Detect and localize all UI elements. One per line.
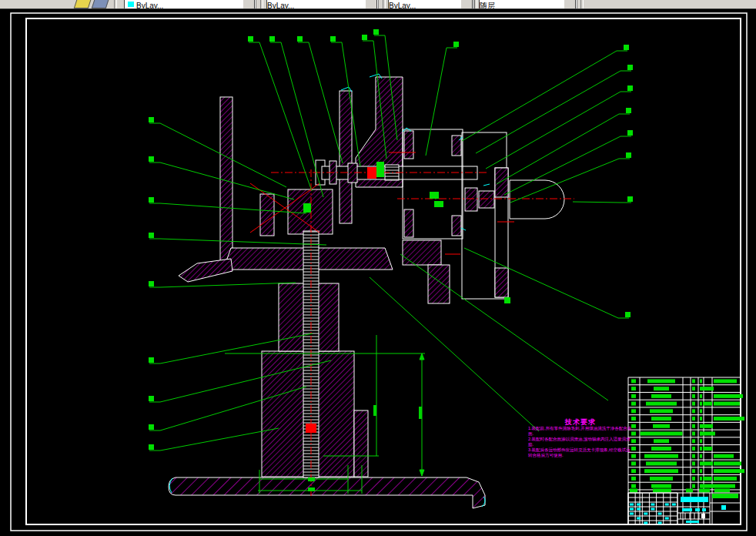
leader-line (259, 42, 312, 191)
motor-bracket (462, 132, 508, 299)
leader-line (426, 48, 447, 156)
entity-grip[interactable] (430, 192, 439, 199)
entity-grip[interactable] (303, 203, 311, 213)
bom-qty-text (700, 447, 702, 451)
bom-seq-text (631, 461, 636, 465)
title-block[interactable] (628, 493, 741, 524)
bom-name-text (646, 461, 677, 465)
leader-grip[interactable] (149, 156, 154, 162)
leader-grip[interactable] (149, 281, 154, 286)
bom-qty-text (700, 424, 702, 428)
leader-grip[interactable] (627, 85, 633, 91)
titleblock-field-text (637, 518, 641, 520)
bom-header-text (714, 489, 730, 493)
leader-grip[interactable] (373, 29, 379, 35)
bom-header-text (630, 489, 637, 493)
leader-grip[interactable] (149, 396, 154, 401)
bom-remark-text (714, 454, 734, 458)
bom-qty-text (700, 461, 702, 465)
toolbar-separator (580, 0, 584, 8)
bom-header-text (653, 489, 671, 493)
guide-plate-left (220, 97, 232, 268)
leader-line (281, 42, 323, 197)
leader-grip[interactable] (149, 444, 154, 450)
bom-tick (692, 394, 695, 398)
entity-grip[interactable] (504, 297, 510, 303)
color-swatch (128, 2, 134, 7)
leader-grip[interactable] (149, 197, 154, 203)
leader-line (462, 51, 617, 141)
notes-line: 3.装配后各运动部件应运转灵活无卡滞现象,经空载试运转合格后方可使用. (528, 447, 633, 458)
bom-tick (692, 461, 695, 465)
leader-grip[interactable] (149, 117, 154, 122)
leader-grip[interactable] (248, 36, 253, 42)
drawing-canvas[interactable] (0, 8, 756, 536)
titleblock-field-text (630, 513, 634, 515)
bom-qty-text (700, 417, 702, 420)
bom-tick (692, 439, 695, 443)
entity-grip[interactable] (376, 162, 384, 177)
bom-material-text (701, 484, 714, 488)
bom-material-text (700, 432, 715, 436)
toolbar-separator (114, 0, 117, 8)
drawing-title-text (695, 508, 700, 511)
sheet-number-text (721, 505, 726, 510)
toolbar-separator (474, 0, 477, 8)
leader-grip[interactable] (625, 312, 631, 317)
bom-tick (692, 417, 695, 420)
bracket-wing (179, 259, 232, 282)
leader-grip[interactable] (149, 357, 154, 363)
titleblock-field-text (658, 522, 662, 524)
bom-material-text (703, 402, 712, 406)
titleblock-field-text (665, 504, 669, 506)
bom-qty-text (700, 469, 702, 473)
bom-material-text (703, 447, 712, 451)
bom-material-text (702, 461, 713, 465)
bom-material-text (702, 424, 713, 428)
bom-remark-text (714, 402, 740, 406)
bom-qty-text (700, 402, 702, 406)
bom-tick (692, 387, 695, 390)
leader-grip[interactable] (626, 108, 631, 113)
bom-seq-text (631, 469, 636, 473)
leader-grip[interactable] (149, 233, 154, 238)
bom-name-text (646, 402, 677, 406)
bom-remark-text (714, 461, 741, 465)
leader-grip[interactable] (330, 36, 336, 42)
leader-grip[interactable] (624, 45, 629, 50)
drawing-title-text (682, 508, 692, 511)
leader-line (370, 277, 539, 431)
bom-qty-text (700, 477, 702, 481)
assembly-section-view[interactable] (169, 74, 574, 508)
bom-tick (692, 409, 695, 413)
leader-grip[interactable] (269, 36, 275, 42)
bom-remark-text (714, 477, 737, 481)
titleblock-field-text (630, 504, 634, 506)
bom-tick (692, 454, 695, 458)
bom-remark-text (714, 394, 743, 398)
leader-line (497, 114, 619, 184)
bom-remark-text (714, 469, 744, 473)
leader-line (309, 42, 343, 163)
leader-line (486, 92, 621, 169)
pencil-icon[interactable] (74, 0, 92, 8)
leader-line (504, 136, 621, 195)
leader-grip[interactable] (149, 424, 154, 430)
leader-line (464, 248, 618, 318)
titleblock-field-text (630, 508, 634, 511)
bom-qty-text (700, 454, 702, 458)
leader-grip[interactable] (627, 196, 633, 202)
leader-grip[interactable] (627, 130, 633, 136)
gear-plate-a (340, 91, 352, 223)
leader-grip[interactable] (453, 42, 459, 47)
leader-grip[interactable] (297, 36, 303, 42)
bom-header-text (699, 489, 710, 493)
leader-grip[interactable] (362, 35, 367, 40)
entity-grip[interactable] (434, 201, 443, 207)
drawing-title-text (686, 521, 699, 523)
leader-grip[interactable] (626, 152, 631, 158)
layers-icon[interactable] (92, 0, 110, 8)
leader-line (160, 239, 326, 245)
leader-grip[interactable] (627, 65, 633, 70)
bom-remark-text (714, 417, 744, 420)
